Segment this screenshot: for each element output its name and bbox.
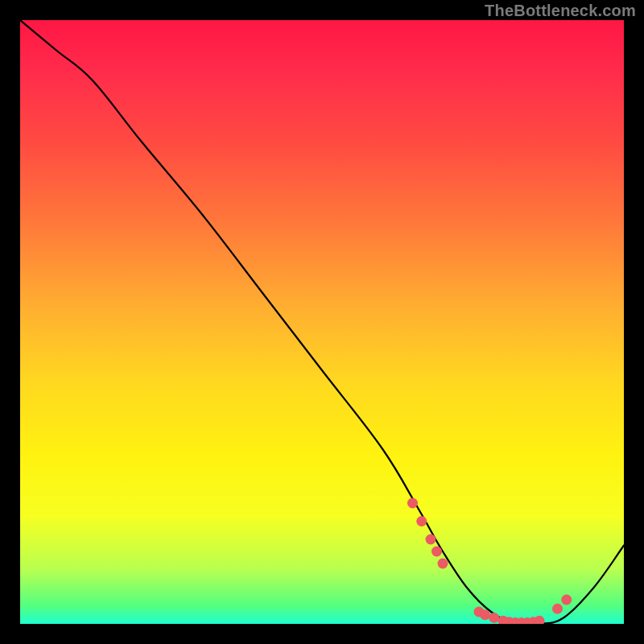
chart-overlay [20,20,624,624]
marker-dot [561,595,572,605]
marker-dot [552,604,563,614]
chart-stage: TheBottleneck.com [0,0,644,644]
marker-dot [438,559,448,569]
bottleneck-curve [20,20,624,624]
marker-dot [407,498,418,509]
watermark-text: TheBottleneck.com [485,2,636,20]
plot-area [20,20,624,624]
marker-dot [480,609,490,620]
marker-dot [426,535,436,545]
marker-dot [431,547,442,557]
marker-dot [489,613,499,623]
marker-dot [416,516,427,526]
marker-dot [535,616,545,624]
marker-cluster [407,498,572,625]
